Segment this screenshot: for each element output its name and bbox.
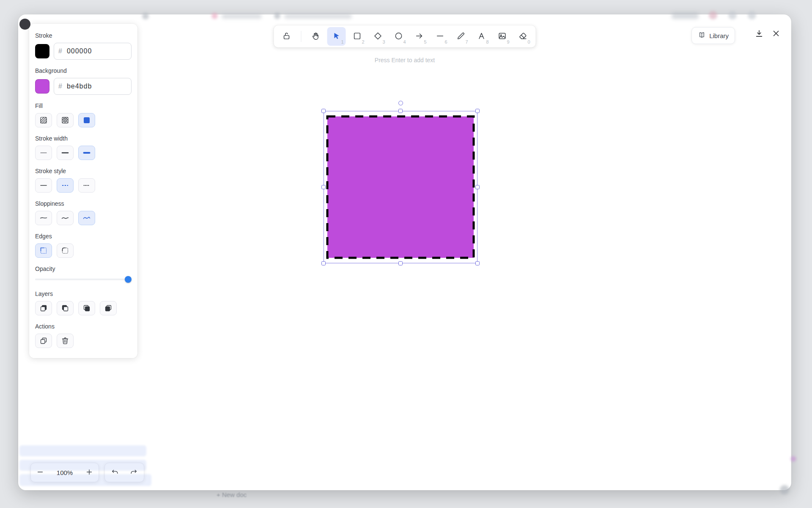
arrow-tool-button[interactable]: 5 <box>410 27 429 46</box>
background-new-doc-label: + New doc <box>217 491 247 498</box>
stroke-width-bold-button[interactable] <box>57 146 74 160</box>
draw-tool-button[interactable]: 7 <box>452 27 470 46</box>
hash-prefix: # <box>58 83 62 90</box>
bring-to-front-button[interactable] <box>100 301 117 315</box>
send-to-back-button[interactable] <box>35 301 52 315</box>
resize-handle-w[interactable] <box>321 185 326 189</box>
background-color-swatch[interactable] <box>35 79 49 94</box>
stroke-width-thin-button[interactable] <box>35 146 52 160</box>
selected-rectangle-shape[interactable] <box>325 114 476 260</box>
resize-handle-e[interactable] <box>475 185 480 189</box>
resize-handle-n[interactable] <box>398 109 403 113</box>
stroke-hex-input[interactable] <box>66 47 127 55</box>
zoom-in-button[interactable] <box>80 463 99 482</box>
whiteboard-modal: Stroke # Background # Fill <box>18 14 791 490</box>
rectangle-shape[interactable] <box>327 116 474 258</box>
book-icon <box>698 31 706 40</box>
edges-round-button[interactable] <box>57 243 74 258</box>
sloppiness-artist-button[interactable] <box>57 211 74 225</box>
opacity-slider-knob[interactable] <box>125 276 132 283</box>
bring-forward-button[interactable] <box>78 301 95 315</box>
extra-bold-line-icon <box>82 149 91 157</box>
pencil-icon <box>456 31 466 42</box>
download-icon <box>754 29 764 39</box>
delete-button[interactable] <box>57 334 74 348</box>
tool-shortcut: 9 <box>507 39 509 44</box>
rectangle-tool-button[interactable]: 2 <box>348 27 367 46</box>
send-backward-icon <box>61 304 69 312</box>
fill-cross-hatch-button[interactable] <box>57 113 74 127</box>
send-to-back-icon <box>39 304 48 312</box>
solid-line-icon <box>39 181 48 190</box>
undo-button[interactable] <box>106 464 124 481</box>
line-tool-button[interactable]: 6 <box>431 27 450 46</box>
actions-section-label: Actions <box>35 323 132 330</box>
dotted-line-icon <box>82 181 91 190</box>
rotation-handle[interactable] <box>398 101 403 105</box>
edges-section-label: Edges <box>35 233 132 240</box>
tool-shortcut: 1 <box>341 39 343 44</box>
properties-panel: Stroke # Background # Fill <box>29 24 137 358</box>
text-tool-button[interactable]: 8 <box>472 27 491 46</box>
redo-icon <box>129 468 138 478</box>
fill-section-label: Fill <box>35 102 132 109</box>
solid-fill-icon <box>82 116 91 124</box>
diamond-tool-button[interactable]: 3 <box>369 27 387 46</box>
ellipse-icon <box>394 31 403 42</box>
resize-handle-ne[interactable] <box>475 109 480 113</box>
stroke-style-section-label: Stroke style <box>35 168 132 174</box>
layers-section-label: Layers <box>35 290 132 297</box>
artist-squiggle-icon <box>61 214 69 222</box>
text-icon <box>477 31 486 42</box>
selection-tool-button[interactable]: 1 <box>327 27 346 46</box>
stroke-style-dotted-button[interactable] <box>78 178 95 193</box>
edges-sharp-button[interactable] <box>35 243 52 258</box>
stroke-section-label: Stroke <box>35 32 132 39</box>
tool-toolbar: 1 2 3 4 5 6 7 8 <box>274 25 536 47</box>
background-section-label: Background <box>35 67 132 74</box>
sloppiness-cartoonist-button[interactable] <box>78 211 95 225</box>
architect-squiggle-icon <box>39 214 48 222</box>
hand-tool-button[interactable] <box>307 27 325 46</box>
fill-hachure-button[interactable] <box>35 113 52 127</box>
zoom-level[interactable]: 100% <box>49 469 80 476</box>
tool-shortcut: 5 <box>424 39 426 44</box>
duplicate-icon <box>39 337 48 345</box>
redo-button[interactable] <box>124 464 143 481</box>
fill-solid-button[interactable] <box>78 113 95 127</box>
zoom-out-button[interactable] <box>31 463 49 482</box>
minus-icon <box>36 468 44 478</box>
lock-tool-button[interactable] <box>277 27 296 46</box>
tool-shortcut: 7 <box>465 39 468 44</box>
close-modal-button[interactable] <box>769 27 783 41</box>
image-tool-button[interactable]: 9 <box>493 27 512 46</box>
tool-shortcut: 2 <box>362 39 364 44</box>
stroke-style-dashed-button[interactable] <box>57 178 74 193</box>
sloppiness-section-label: Sloppiness <box>35 200 132 207</box>
resize-handle-nw[interactable] <box>321 109 326 113</box>
image-icon <box>498 31 507 42</box>
tool-shortcut: 3 <box>382 39 385 44</box>
shape-selection-box <box>324 111 477 263</box>
export-download-button[interactable] <box>752 27 766 41</box>
hash-prefix: # <box>58 47 62 55</box>
background-hex-input[interactable] <box>66 82 127 91</box>
hachure-icon <box>39 116 48 124</box>
thin-line-icon <box>39 149 48 157</box>
opacity-slider[interactable] <box>35 276 132 283</box>
send-backward-button[interactable] <box>57 301 74 315</box>
stroke-style-solid-button[interactable] <box>35 178 52 193</box>
background-hex-box: # <box>54 78 132 95</box>
duplicate-button[interactable] <box>35 334 52 348</box>
resize-handle-s[interactable] <box>398 261 403 265</box>
stroke-width-section-label: Stroke width <box>35 135 132 142</box>
resize-handle-sw[interactable] <box>321 261 326 265</box>
stroke-color-swatch[interactable] <box>35 44 49 58</box>
stroke-width-extra-bold-button[interactable] <box>78 146 95 160</box>
resize-handle-se[interactable] <box>475 261 480 265</box>
library-button[interactable]: Library <box>691 27 735 44</box>
eraser-tool-button[interactable]: 0 <box>514 27 532 46</box>
bring-forward-icon <box>82 304 91 312</box>
sloppiness-architect-button[interactable] <box>35 211 52 225</box>
ellipse-tool-button[interactable]: 4 <box>390 27 408 46</box>
